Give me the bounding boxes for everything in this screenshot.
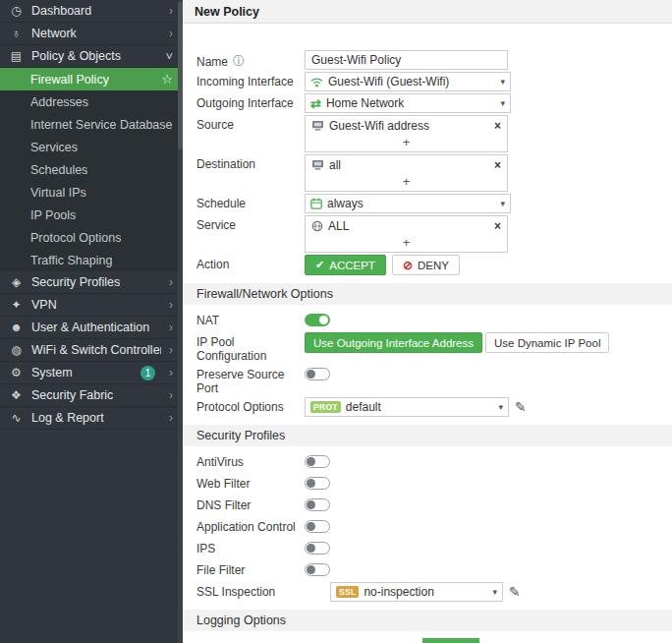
accept-button[interactable]: ✔ ACCEPT (305, 255, 386, 275)
dns-filter-toggle[interactable] (305, 498, 330, 511)
edit-ssl-inspection-icon[interactable]: ✎ (509, 585, 521, 599)
sidebar-item-label: Network (31, 27, 77, 40)
sidebar-item-security-profiles[interactable]: ◈ Security Profiles › (0, 271, 183, 294)
source-box: Guest-Wifi address × + (305, 115, 508, 152)
source-label: Source (196, 118, 234, 132)
sidebar-item-label: Schedules (30, 163, 87, 177)
remove-destination-icon[interactable]: × (494, 159, 501, 171)
add-destination-button[interactable]: + (306, 174, 507, 191)
service-globe-icon (311, 220, 323, 232)
sidebar-item-label: Dashboard (31, 4, 91, 18)
remove-service-icon[interactable]: × (494, 220, 501, 232)
sidebar-item-firewall-policy[interactable]: Firewall Policy ☆ (0, 68, 183, 90)
incoming-interface-label: Incoming Interface (196, 75, 294, 88)
sidebar-item-label: Log & Report (31, 411, 104, 425)
sidebar-item-schedules[interactable]: Schedules (0, 158, 183, 181)
web-filter-label: Web Filter (196, 477, 250, 491)
toggle-knob (319, 316, 328, 324)
ips-toggle[interactable] (305, 542, 330, 555)
sidebar-item-virtual-ips[interactable]: Virtual IPs (0, 181, 183, 204)
web-filter-toggle[interactable] (305, 477, 330, 490)
sidebar-item-services[interactable]: Services (0, 136, 183, 158)
chevron-right-icon: › (169, 27, 173, 40)
form-row-application-control: Application Control (183, 517, 672, 537)
sidebar-item-label: System (31, 366, 73, 380)
ssl-badge: SSL (336, 586, 359, 598)
info-icon: ⓘ (233, 53, 245, 70)
form-row-ip-pool: IP Pool Configuration Use Outgoing Inter… (183, 332, 672, 363)
sidebar-item-protocol-options[interactable]: Protocol Options (0, 226, 183, 249)
source-entry-label: Guest-Wifi address (329, 119, 429, 133)
chevron-right-icon: › (169, 366, 173, 380)
sidebar-item-log-report[interactable]: ∿ Log & Report › (0, 407, 183, 430)
interface-icon: ⇄ (310, 97, 321, 110)
sidebar-item-ip-pools[interactable]: IP Pools (0, 204, 183, 226)
form-row-source: Source Guest-Wifi address (183, 115, 672, 152)
user-icon: ☻ (9, 321, 24, 334)
sidebar-nav: ◷ Dashboard › ♁ Network › ▤ Policy & Obj… (0, 0, 183, 643)
sidebar-item-traffic-shaping[interactable]: Traffic Shaping (0, 249, 183, 271)
protocol-options-label: Protocol Options (196, 400, 284, 414)
caret-down-icon: ▾ (498, 77, 505, 87)
policy-name-input[interactable] (305, 50, 508, 70)
address-icon (311, 120, 324, 131)
sidebar-item-network[interactable]: ♁ Network › (0, 23, 183, 45)
form-row-file-filter: File Filter (183, 560, 672, 580)
incoming-interface-select[interactable]: Guest-Wifi (Guest-Wifi) ▾ (305, 72, 511, 91)
form-row-preserve-source-port: Preserve Source Port (183, 365, 672, 395)
sidebar-item-dashboard[interactable]: ◷ Dashboard › (0, 0, 183, 23)
add-source-button[interactable]: + (306, 135, 507, 151)
remove-source-icon[interactable]: × (494, 120, 501, 132)
preserve-source-port-label: Preserve Source Port (196, 368, 305, 395)
sidebar-item-internet-service-database[interactable]: Internet Service Database (0, 113, 183, 136)
caret-down-icon: ▾ (496, 402, 503, 412)
protocol-options-select[interactable]: PROT default ▾ (305, 397, 509, 417)
sidebar-item-label: Firewall Policy (30, 73, 109, 87)
toggle-knob (307, 370, 315, 379)
outgoing-interface-select[interactable]: ⇄ Home Network ▾ (305, 93, 511, 113)
sidebar-item-label: VPN (31, 298, 57, 312)
app-window: ◷ Dashboard › ♁ Network › ▤ Policy & Obj… (0, 0, 672, 643)
sidebar-item-label: Security Fabric (31, 388, 113, 402)
destination-entry-label: all (329, 158, 341, 172)
add-service-button[interactable]: + (306, 235, 507, 252)
sidebar-item-addresses[interactable]: Addresses (0, 90, 183, 113)
source-entry[interactable]: Guest-Wifi address × (306, 116, 507, 135)
calendar-icon (310, 198, 322, 209)
edit-protocol-options-icon[interactable]: ✎ (515, 400, 527, 414)
form-row-schedule: Schedule always ▾ (183, 194, 672, 213)
application-control-toggle[interactable] (305, 520, 330, 533)
sidebar-item-wifi-switch-controller[interactable]: ◍ WiFi & Switch Controller › (0, 339, 183, 362)
sidebar-item-label: Protocol Options (30, 231, 121, 245)
antivirus-toggle[interactable] (305, 455, 330, 468)
preserve-source-port-toggle[interactable] (305, 368, 330, 380)
file-filter-label: File Filter (196, 563, 245, 577)
toggle-knob (307, 457, 315, 466)
accept-button-label: ACCEPT (329, 260, 375, 271)
sidebar-item-user-authentication[interactable]: ☻ User & Authentication › (0, 317, 183, 339)
ssl-inspection-select[interactable]: SSL no-inspection ▾ (330, 582, 503, 602)
toggle-knob (307, 544, 315, 553)
sidebar-item-vpn[interactable]: ✦ VPN › (0, 294, 183, 317)
form-row-web-filter: Web Filter (183, 474, 672, 494)
wifi-icon (310, 77, 323, 88)
schedule-value: always (327, 197, 493, 210)
destination-entry[interactable]: all × (306, 155, 507, 174)
sidebar-item-security-fabric[interactable]: ❖ Security Fabric › (0, 384, 183, 407)
deny-button[interactable]: ⊘ DENY (392, 255, 460, 275)
ssl-inspection-label: SSL Inspection (196, 585, 275, 599)
ip-pool-dynamic-button[interactable]: Use Dynamic IP Pool (485, 332, 609, 353)
schedule-select[interactable]: always ▾ (305, 194, 511, 213)
ok-button-partial[interactable] (422, 638, 479, 643)
chevron-down-icon: ˅ (165, 49, 173, 64)
star-icon[interactable]: ☆ (161, 72, 173, 87)
ip-pool-outgoing-interface-button[interactable]: Use Outgoing Interface Address (305, 332, 482, 353)
sidebar-item-label: Internet Service Database (30, 118, 173, 132)
sidebar-item-system[interactable]: ⚙ System 1 › (0, 362, 183, 384)
service-entry[interactable]: ALL × (306, 216, 507, 235)
sidebar-item-policy-objects[interactable]: ▤ Policy & Objects ˅ (0, 45, 183, 68)
chevron-right-icon: › (169, 275, 173, 289)
antivirus-label: AntiVirus (196, 455, 244, 469)
nat-toggle[interactable] (305, 314, 330, 326)
file-filter-toggle[interactable] (305, 563, 330, 576)
